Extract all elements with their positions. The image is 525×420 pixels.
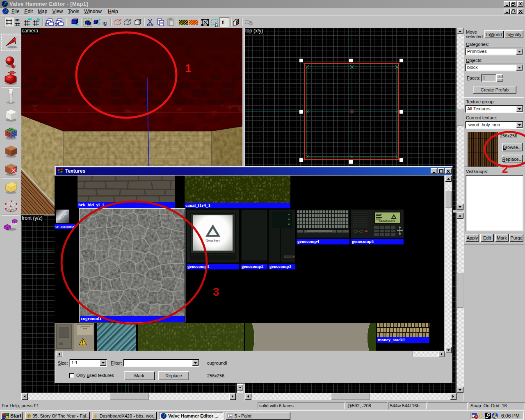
svg-text:tl: tl [222, 20, 224, 25]
svg-text:GENASERV: GENASERV [379, 219, 395, 222]
svg-text:GenaServ: GenaServ [205, 238, 220, 242]
svg-text:ig: ig [103, 20, 107, 26]
svg-text:3D: 3D [15, 18, 20, 22]
